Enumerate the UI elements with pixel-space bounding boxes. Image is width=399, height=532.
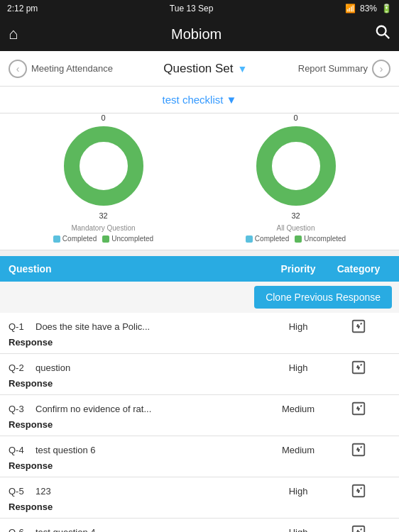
- chart1-completed-label: Completed: [62, 235, 97, 243]
- wifi-icon: 📶: [345, 4, 356, 13]
- question-text: Confirm no evidence of rat...: [35, 404, 270, 414]
- chart2-completed-label: Completed: [255, 235, 289, 243]
- question-edit-action[interactable]: [327, 524, 390, 532]
- svg-line-1: [385, 34, 389, 38]
- response-label: Response: [9, 337, 390, 348]
- chart1-bottom-label: 32: [99, 211, 107, 220]
- col-header-category: Category: [327, 263, 390, 275]
- response-label: Response: [9, 460, 390, 471]
- question-text: test question 4: [35, 527, 270, 533]
- question-edit-action[interactable]: [327, 442, 390, 458]
- question-text: test question 6: [35, 445, 270, 455]
- question-text: 123: [35, 486, 270, 497]
- col-header-priority: Priority: [270, 263, 327, 275]
- question-number: Q-4: [9, 445, 35, 455]
- table-header: Question Priority Category: [0, 256, 399, 282]
- charts-area: 0 32 Mandatory Question Completed Uncomp…: [0, 113, 399, 250]
- status-time: 2:12 pm: [7, 4, 38, 13]
- chart2-legend: Completed Uncompleted: [246, 235, 346, 243]
- question-edit-action[interactable]: [327, 401, 390, 416]
- question-edit-action[interactable]: [327, 318, 390, 334]
- table-row: Q-6 test question 4 High Response: [0, 519, 399, 532]
- question-number: Q-2: [9, 362, 35, 373]
- chart2-bottom-label: 32: [291, 211, 300, 220]
- sub-nav: ‹ Meeting Attendance Question Set ▼ Repo…: [0, 51, 399, 87]
- search-icon[interactable]: [375, 24, 390, 44]
- chart1-title: Mandatory Question: [71, 224, 135, 232]
- question-priority: High: [270, 321, 327, 332]
- question-priority: Medium: [270, 404, 327, 414]
- clone-previous-response-button[interactable]: Clone Previous Response: [254, 286, 392, 309]
- svg-point-3: [87, 149, 121, 183]
- chart2-top-label: 0: [293, 113, 297, 122]
- svg-line-17: [361, 528, 362, 530]
- question-text: Does the site have a Polic...: [35, 321, 270, 332]
- battery-level: 83%: [360, 4, 377, 13]
- response-label: Response: [9, 501, 390, 512]
- chart1-legend: Completed Uncompleted: [53, 235, 153, 243]
- table-row: Q-4 test question 6 Medium Response: [0, 436, 399, 477]
- mandatory-chart: 0 32 Mandatory Question Completed Uncomp…: [7, 123, 200, 243]
- back-label: Meeting Attendance: [31, 63, 113, 74]
- chart1-uncompleted-label: Uncompleted: [111, 235, 153, 243]
- forward-button[interactable]: ›: [372, 60, 390, 78]
- svg-line-9: [361, 364, 362, 365]
- question-number: Q-1: [9, 321, 35, 332]
- nav-bar: ⌂ Mobiom: [0, 17, 399, 51]
- back-button[interactable]: ‹: [9, 60, 27, 78]
- question-number: Q-3: [9, 404, 35, 414]
- table-row: Q-5 123 High Response: [0, 477, 399, 519]
- right-label: Report Summary: [298, 63, 368, 74]
- chart1-top-label: 0: [101, 113, 105, 122]
- question-priority: High: [270, 362, 327, 373]
- status-date: Tue 13 Sep: [170, 4, 214, 13]
- checklist-dropdown[interactable]: test checklist ▼: [163, 94, 237, 106]
- svg-point-5: [279, 149, 313, 183]
- app-title: Mobiom: [171, 26, 222, 43]
- svg-point-0: [377, 26, 386, 35]
- question-set-dropdown[interactable]: Question Set ▼: [163, 62, 247, 76]
- question-priority: Medium: [270, 445, 327, 455]
- dropdown-arrow-icon: ▼: [238, 63, 248, 74]
- questions-list: Q-1 Does the site have a Polic... High R…: [0, 313, 399, 532]
- chart2-title: All Question: [277, 224, 315, 232]
- chart2-completed-dot: [246, 235, 253, 243]
- svg-line-15: [361, 487, 362, 489]
- question-number: Q-5: [9, 486, 35, 497]
- chart1-completed-dot: [53, 235, 60, 243]
- svg-line-11: [361, 405, 362, 406]
- response-label: Response: [9, 378, 390, 389]
- svg-line-7: [361, 323, 362, 324]
- status-bar: 2:12 pm Tue 13 Sep 📶 83% 🔋: [0, 0, 399, 17]
- report-summary-nav[interactable]: Report Summary ›: [298, 60, 390, 78]
- home-icon[interactable]: ⌂: [9, 25, 18, 43]
- checklist-bar: test checklist ▼: [0, 87, 399, 113]
- question-priority: High: [270, 486, 327, 497]
- question-number: Q-6: [9, 527, 35, 533]
- question-edit-action[interactable]: [327, 360, 390, 375]
- table-row: Q-1 Does the site have a Polic... High R…: [0, 313, 399, 354]
- clone-row: Clone Previous Response: [0, 282, 399, 313]
- table-row: Q-3 Confirm no evidence of rat... Medium…: [0, 395, 399, 436]
- table-row: Q-2 question High Response: [0, 354, 399, 395]
- col-header-question: Question: [9, 263, 270, 275]
- back-nav[interactable]: ‹ Meeting Attendance: [9, 60, 113, 78]
- all-questions-chart: 0 32 All Question Completed Uncompleted: [200, 123, 392, 243]
- chart2-uncompleted-dot: [295, 235, 302, 243]
- chart1-uncompleted-dot: [102, 235, 109, 243]
- question-edit-action[interactable]: [327, 483, 390, 499]
- question-text: question: [35, 362, 270, 373]
- battery-icon: 🔋: [381, 4, 392, 13]
- chart2-uncompleted-label: Uncompleted: [304, 235, 346, 243]
- question-priority: High: [270, 527, 327, 533]
- center-label: Question Set: [163, 62, 233, 76]
- svg-line-13: [361, 446, 362, 448]
- response-label: Response: [9, 419, 390, 430]
